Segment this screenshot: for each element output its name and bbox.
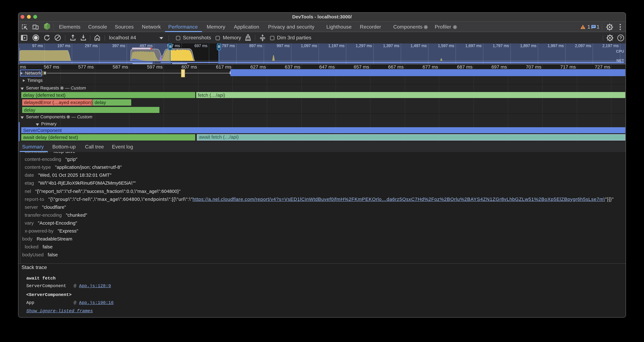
svg-text:CPU: CPU <box>616 49 624 54</box>
svg-text:997 ms: 997 ms <box>277 44 290 48</box>
svg-text:797 ms: 797 ms <box>222 44 235 48</box>
svg-text:397 ms: 397 ms <box>112 44 125 48</box>
svg-text:497 ms: 497 ms <box>140 44 152 48</box>
svg-text:97 ms: 97 ms <box>32 44 43 48</box>
svg-text:1,897 ms: 1,897 ms <box>520 44 536 48</box>
svg-text:1,597 ms: 1,597 ms <box>438 44 454 48</box>
svg-text:297 ms: 297 ms <box>85 44 98 48</box>
svg-text:897 ms: 897 ms <box>249 44 262 48</box>
svg-text:2,197 ms: 2,197 ms <box>602 44 619 48</box>
svg-text:1,997 ms: 1,997 ms <box>548 44 564 48</box>
svg-text:1,397 ms: 1,397 ms <box>383 44 399 48</box>
svg-text:697 ms: 697 ms <box>194 44 208 48</box>
svg-text:NET: NET <box>616 58 624 63</box>
svg-text:2,097 ms: 2,097 ms <box>575 44 591 48</box>
svg-text:1,297 ms: 1,297 ms <box>356 44 372 48</box>
svg-text:?: ? <box>620 35 622 40</box>
svg-text:1,797 ms: 1,797 ms <box>493 44 509 48</box>
svg-text:1,697 ms: 1,697 ms <box>465 44 482 48</box>
svg-text:1,497 ms: 1,497 ms <box>410 44 427 48</box>
svg-text:1,097 ms: 1,097 ms <box>301 44 317 48</box>
svg-text:197 ms: 197 ms <box>57 44 70 48</box>
svg-text:1,197 ms: 1,197 ms <box>328 44 344 48</box>
